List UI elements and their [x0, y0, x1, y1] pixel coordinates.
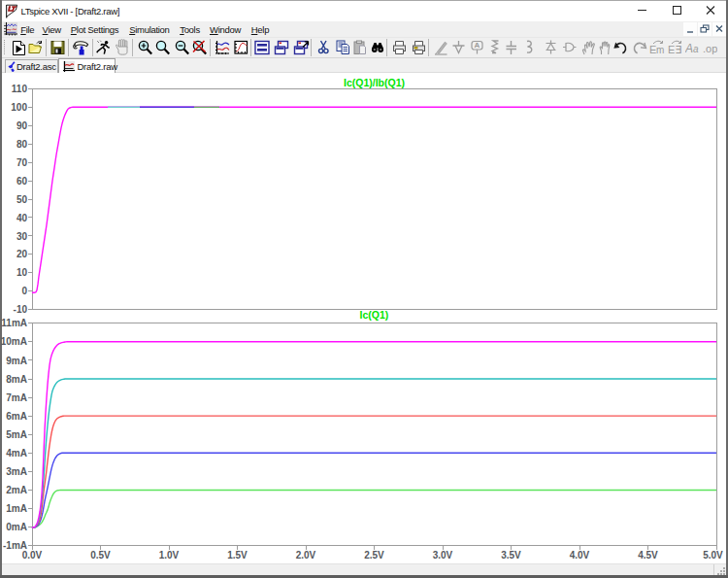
- svg-text:0mA: 0mA: [6, 522, 27, 532]
- svg-text:1.0V: 1.0V: [159, 550, 180, 561]
- svg-text:1.5V: 1.5V: [227, 550, 248, 561]
- svg-text:5.0V: 5.0V: [703, 550, 723, 561]
- svg-text:60: 60: [17, 176, 28, 187]
- svg-text:100: 100: [11, 102, 27, 113]
- svg-text:2.5V: 2.5V: [364, 550, 384, 561]
- svg-text:10mA: 10mA: [1, 336, 27, 347]
- svg-text:10: 10: [17, 267, 28, 278]
- svg-text:0.5V: 0.5V: [90, 550, 111, 561]
- svg-text:40: 40: [17, 213, 28, 223]
- svg-text:11mA: 11mA: [1, 318, 27, 328]
- svg-text:110: 110: [12, 84, 28, 94]
- svg-text:0.0V: 0.0V: [22, 550, 43, 561]
- svg-text:9mA: 9mA: [6, 356, 27, 366]
- svg-text:2.0V: 2.0V: [296, 550, 316, 561]
- svg-text:4.0V: 4.0V: [570, 550, 590, 561]
- svg-text:5mA: 5mA: [6, 429, 27, 440]
- svg-text:90: 90: [17, 120, 28, 131]
- svg-text:20: 20: [17, 249, 28, 259]
- svg-text:6mA: 6mA: [6, 411, 27, 422]
- svg-text:4mA: 4mA: [6, 448, 27, 459]
- svg-text:30: 30: [17, 231, 28, 242]
- svg-text:50: 50: [17, 194, 28, 205]
- svg-text:80: 80: [17, 139, 28, 150]
- svg-text:8mA: 8mA: [6, 374, 27, 385]
- svg-text:-10: -10: [14, 304, 28, 315]
- svg-text:3mA: 3mA: [6, 466, 27, 477]
- svg-text:3.0V: 3.0V: [433, 550, 453, 561]
- svg-text:Ic(Q1)/Ib(Q1): Ic(Q1)/Ib(Q1): [344, 77, 405, 88]
- svg-text:70: 70: [17, 157, 28, 168]
- svg-text:7mA: 7mA: [6, 392, 27, 403]
- svg-text:0: 0: [21, 286, 27, 296]
- svg-text:2mA: 2mA: [6, 485, 27, 495]
- svg-text:3.5V: 3.5V: [501, 550, 521, 561]
- svg-text:Ic(Q1): Ic(Q1): [360, 309, 389, 321]
- svg-text:1mA: 1mA: [6, 503, 27, 514]
- svg-text:4.5V: 4.5V: [638, 550, 658, 561]
